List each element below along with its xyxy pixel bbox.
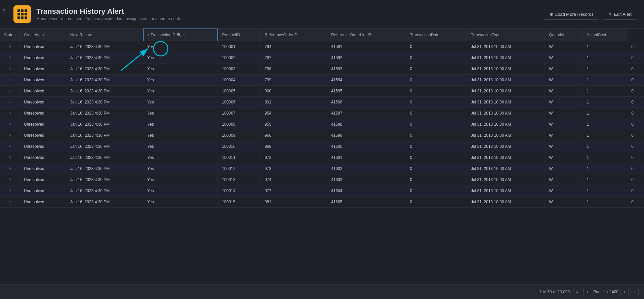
cell-reference-order-line-id: 0 <box>406 108 467 119</box>
cell-transaction-date: Jul 31, 2013 10:00 AM <box>467 97 545 108</box>
col-actual-cost[interactable]: ActualCost <box>582 29 627 41</box>
cell-reference-order-id: 41595 <box>327 86 406 97</box>
pagination-prev-button[interactable]: ‹ <box>583 288 591 296</box>
row-edit-icon[interactable]: ✎ <box>8 67 11 71</box>
cell-status: Unresolved <box>20 185 66 197</box>
cell-product-id: 974 <box>260 174 327 185</box>
cell-transaction-type: W <box>545 97 582 108</box>
cell-product-id: 798 <box>260 63 327 75</box>
page-subtitle: Manage your records here. You can provid… <box>36 16 182 21</box>
cell-actual-cost: 0 <box>627 52 644 63</box>
col-transaction-date[interactable]: TransactionDate <box>406 29 467 41</box>
cell-quantity: 1 <box>582 130 627 141</box>
load-more-label: Load More Records <box>555 12 594 17</box>
row-edit-icon[interactable]: ✎ <box>8 78 11 82</box>
col-quantity[interactable]: Quantity <box>545 29 582 41</box>
load-more-button[interactable]: ⊕ Load More Records <box>544 9 599 20</box>
cell-transaction-type: W <box>545 163 582 174</box>
cell-reference-order-line-id: 0 <box>406 63 467 75</box>
pagination-first-button[interactable]: « <box>573 288 581 296</box>
col-new-record[interactable]: New Record <box>66 29 143 41</box>
table-row: ✎UnresolvedJan 16, 2023 4:30 PMYes100003… <box>0 63 644 75</box>
cell-created-on: Jan 16, 2023 4:30 PM <box>66 152 143 163</box>
cell-transaction-id: 100004 <box>218 75 260 86</box>
cell-new-record: Yes <box>143 97 218 108</box>
table-row: ✎UnresolvedJan 16, 2023 4:30 PMYes100014… <box>0 185 644 197</box>
cell-product-id: 800 <box>260 86 327 97</box>
cell-transaction-id: 100008 <box>218 119 260 130</box>
row-edit-icon[interactable]: ✎ <box>8 133 11 137</box>
row-edit-icon[interactable]: ✎ <box>8 189 11 193</box>
cell-quantity: 1 <box>582 163 627 174</box>
cell-quantity: 1 <box>582 52 627 63</box>
cell-transaction-type: W <box>545 185 582 197</box>
col-transaction-type[interactable]: TransactionType <box>467 29 545 41</box>
row-edit-icon[interactable]: ✎ <box>8 167 11 171</box>
edit-icon: ✎ <box>608 12 612 17</box>
row-edit-icon[interactable]: ✎ <box>8 56 11 60</box>
cell-new-record: Yes <box>143 174 218 185</box>
table-row: ✎UnresolvedJan 16, 2023 4:30 PMYes100005… <box>0 86 644 97</box>
pagination-next-button[interactable]: › <box>620 288 629 296</box>
page-title: Transaction History Alert <box>36 7 182 16</box>
cell-transaction-type: W <box>545 75 582 86</box>
cell-new-record: Yes <box>143 86 218 97</box>
row-edit-icon[interactable]: ✎ <box>8 144 11 148</box>
cell-status: Unresolved <box>20 41 66 52</box>
col-reference-order-line-id[interactable]: ReferenceOrderLineID <box>327 29 406 41</box>
cell-actual-cost: 0 <box>627 185 644 197</box>
cell-new-record: Yes <box>143 163 218 174</box>
col-product-id[interactable]: ProductID <box>218 29 260 41</box>
cell-product-id: 968 <box>260 141 327 152</box>
edit-alert-button[interactable]: ✎ Edit Alert <box>603 9 637 20</box>
cell-transaction-type: W <box>545 52 582 63</box>
cell-created-on: Jan 16, 2023 4:30 PM <box>66 141 143 152</box>
col-reference-order-id[interactable]: ReferenceOrderID <box>260 29 327 41</box>
cell-product-id: 981 <box>260 197 327 208</box>
row-edit-icon[interactable]: ✎ <box>8 111 11 115</box>
cell-reference-order-line-id: 0 <box>406 185 467 197</box>
row-edit-icon[interactable]: ✎ <box>8 45 11 49</box>
row-edit-icon[interactable]: ✎ <box>8 122 11 126</box>
cell-transaction-id: 100015 <box>218 197 260 208</box>
menu-icon[interactable]: ≡ <box>183 33 185 37</box>
cell-reference-order-id: 41593 <box>327 63 406 75</box>
row-edit-icon[interactable]: ✎ <box>8 200 11 204</box>
cell-quantity: 1 <box>582 152 627 163</box>
cell-created-on: Jan 16, 2023 4:30 PM <box>66 108 143 119</box>
col-created-on[interactable]: Created on <box>20 29 66 41</box>
col-status[interactable]: Status <box>0 29 20 41</box>
edit-alert-label: Edit Alert <box>614 12 632 17</box>
cell-reference-order-id: 41603 <box>327 174 406 185</box>
row-edit-icon[interactable]: ✎ <box>8 156 11 160</box>
table-row: ✎UnresolvedJan 16, 2023 4:30 PMYes100011… <box>0 152 644 163</box>
cell-created-on: Jan 16, 2023 4:30 PM <box>66 163 143 174</box>
header-left: Transaction History Alert Manage your re… <box>13 5 182 23</box>
cell-quantity: 1 <box>582 197 627 208</box>
cell-transaction-id: 100009 <box>218 130 260 141</box>
table-row: ✎UnresolvedJan 16, 2023 4:30 PMYes100009… <box>0 130 644 141</box>
cell-status: Unresolved <box>20 108 66 119</box>
cell-created-on: Jan 16, 2023 4:30 PM <box>66 174 143 185</box>
cell-actual-cost: 0 <box>627 197 644 208</box>
cell-status: Unresolved <box>20 52 66 63</box>
cell-transaction-date: Jul 31, 2013 10:00 AM <box>467 119 545 130</box>
cell-actual-cost: 0 <box>627 174 644 185</box>
row-edit-icon[interactable]: ✎ <box>8 178 11 182</box>
cell-reference-order-line-id: 0 <box>406 52 467 63</box>
cell-status: Unresolved <box>20 75 66 86</box>
cell-transaction-id: 100007 <box>218 108 260 119</box>
col-transaction-id[interactable]: ↑ TransactionID 🔍 ≡ <box>143 29 218 41</box>
row-edit-icon[interactable]: ✎ <box>8 100 11 104</box>
cell-quantity: 1 <box>582 86 627 97</box>
search-icon[interactable]: 🔍 <box>176 33 182 37</box>
cell-transaction-type: W <box>545 141 582 152</box>
cell-actual-cost: 0 <box>627 75 644 86</box>
cell-created-on: Jan 16, 2023 4:30 PM <box>66 130 143 141</box>
row-edit-icon[interactable]: ✎ <box>8 89 11 93</box>
pagination-controls: « ‹ Page 1 of 400 › » <box>573 288 639 296</box>
cell-transaction-type: W <box>545 152 582 163</box>
sidebar-toggle[interactable]: » <box>3 7 5 12</box>
pagination-last-button[interactable]: » <box>631 288 639 296</box>
cell-quantity: 1 <box>582 75 627 86</box>
